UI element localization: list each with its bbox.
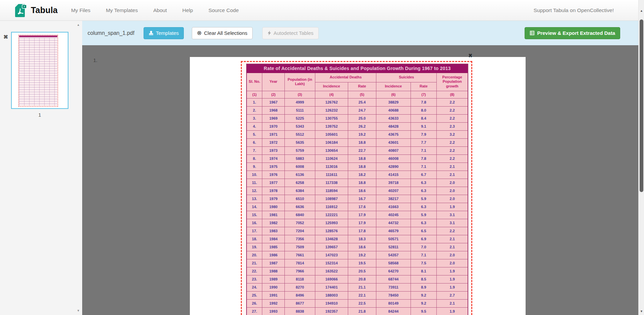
table-cell: 43633	[376, 114, 411, 122]
support-link[interactable]: Support Tabula on OpenCollective!	[534, 7, 614, 13]
table-cell: 163522	[315, 267, 348, 275]
table-cell: 7356	[285, 235, 315, 243]
table-cell: 18.8	[348, 154, 376, 163]
table-cell: 2.3	[437, 122, 468, 130]
table-cell: 2.1	[437, 171, 468, 179]
table-cell: 2.0	[437, 187, 468, 195]
table-cell: 17.6	[348, 203, 376, 211]
table-row: 19.1985750913965718.6528117.02.1	[247, 243, 468, 251]
table-cell: 18.8	[348, 179, 376, 187]
col-header-incidence-1: Incidence	[315, 82, 348, 91]
remove-file-icon[interactable]: ✖	[3, 34, 8, 40]
tabula-logo-icon	[15, 3, 28, 18]
table-cell: 1.9	[437, 203, 468, 211]
table-cell: 188003	[315, 291, 348, 299]
preview-export-label: Preview & Export Extracted Data	[537, 30, 615, 36]
table-cell: 6.3	[411, 203, 437, 211]
table-row: 20.1986766114702319.2543577.12.0	[247, 251, 468, 259]
thumbnail-page-number: 1	[11, 112, 68, 118]
table-cell: 1975	[262, 163, 285, 171]
navbar: Tabula My Files My Templates About Help …	[0, 0, 644, 21]
table-cell: 50571	[376, 235, 411, 243]
nav-my-files[interactable]: My Files	[71, 7, 91, 13]
table-cell: 40807	[376, 146, 411, 154]
table-cell: 4999	[285, 98, 315, 106]
table-cell: 17.8	[348, 227, 376, 235]
table-cell: 7661	[285, 251, 315, 259]
table-cell: 126232	[315, 106, 348, 114]
table-cell: 18.3	[348, 235, 376, 243]
table-row: 18.1984735613462818.3505716.92.1	[247, 235, 468, 243]
pdf-table-title: Rate of Accidental Deaths & Suicides and…	[247, 64, 468, 73]
table-row: 25.1991849618800322.1784509.22.7	[247, 291, 468, 299]
table-cell: 1986	[262, 251, 285, 259]
col-header-suicides: Suicides	[376, 73, 437, 82]
table-cell: 11.	[247, 179, 262, 187]
table-cell: 52811	[376, 243, 411, 251]
thumbnail-selection-overlay	[18, 35, 58, 107]
table-cell: 58568	[376, 259, 411, 267]
table-cell: 7.9	[411, 130, 437, 138]
table-cell: 40207	[376, 187, 411, 195]
preview-export-button[interactable]: Preview & Export Extracted Data	[525, 27, 620, 39]
sidebar-scroll-up-icon[interactable]: ▲	[77, 23, 80, 26]
table-cell: 3.1	[437, 219, 468, 227]
table-cell: 1993	[262, 307, 285, 315]
table-cell: 1980	[262, 203, 285, 211]
col-header-population: Population (in Lakh)	[285, 73, 315, 91]
table-cell: 2.2	[437, 154, 468, 163]
sidebar-scroll-down-icon[interactable]: ▼	[77, 309, 80, 312]
table-cell: 20.8	[348, 275, 376, 283]
table-cell: 80149	[376, 299, 411, 307]
autodetect-tables-button[interactable]: Autodetect Tables	[262, 27, 319, 39]
table-cell: 3.1	[437, 211, 468, 219]
table-row: 6.1972563510618418.8436017.72.2	[247, 138, 468, 146]
table-cell: 194910	[315, 299, 348, 307]
table-cell: 106184	[315, 138, 348, 146]
table-cell: 46579	[376, 227, 411, 235]
nav-help[interactable]: Help	[182, 7, 193, 13]
col-number: (8)	[437, 91, 468, 98]
nav-my-templates[interactable]: My Templates	[106, 7, 138, 13]
table-cell: 18.	[247, 235, 262, 243]
selection-close-icon[interactable]: ✖	[468, 53, 473, 58]
table-cell: 43675	[376, 130, 411, 138]
table-cell: 5759	[285, 146, 315, 154]
table-cell: 2.	[247, 106, 262, 114]
table-cell: 6258	[285, 179, 315, 187]
table-cell: 24.	[247, 283, 262, 291]
table-cell: 16.7	[348, 195, 376, 203]
templates-button[interactable]: Templates	[144, 27, 184, 39]
table-cell: 7.	[247, 146, 262, 154]
page-thumbnail[interactable]	[11, 32, 68, 109]
nav-about[interactable]: About	[153, 7, 167, 13]
pdf-page[interactable]: ✖ Rate of Accidental Deaths & Suicides a…	[190, 57, 526, 315]
table-cell: 1983	[262, 227, 285, 235]
table-cell: 44732	[376, 219, 411, 227]
table-cell: 147023	[315, 251, 348, 259]
table-cell: 39718	[376, 179, 411, 187]
table-row: 27.1993883819235721.8842449.51.9	[247, 307, 468, 315]
table-row: 4.1970534313975226.2484289.12.3	[247, 122, 468, 130]
table-cell: 38829	[376, 98, 411, 106]
templates-button-label: Templates	[156, 30, 179, 36]
scrollbar-thumb[interactable]	[640, 19, 643, 192]
table-cell: 6510	[285, 195, 315, 203]
brand[interactable]: Tabula	[15, 3, 58, 18]
table-cell: 25.0	[348, 114, 376, 122]
table-cell: 5343	[285, 122, 315, 130]
nav-source-code[interactable]: Source Code	[208, 7, 238, 13]
table-cell: 19.	[247, 243, 262, 251]
table-cell: 22.	[247, 267, 262, 275]
table-cell: 19.2	[348, 251, 376, 259]
scrollbar-down-icon[interactable]: ▼	[639, 310, 644, 313]
table-row: 5.1971551210560119.2436757.93.2	[247, 130, 468, 138]
table-cell: 5.	[247, 130, 262, 138]
table-cell: 64270	[376, 267, 411, 275]
table-cell: 8.5	[411, 275, 437, 283]
page-scrollbar[interactable]: ▲ ▼	[638, 0, 644, 315]
table-cell: 8.1	[411, 267, 437, 275]
clear-all-selections-button[interactable]: ⊗ Clear All Selections	[192, 27, 252, 39]
table-cell: 25.	[247, 291, 262, 299]
scrollbar-up-icon[interactable]: ▲	[639, 9, 644, 12]
